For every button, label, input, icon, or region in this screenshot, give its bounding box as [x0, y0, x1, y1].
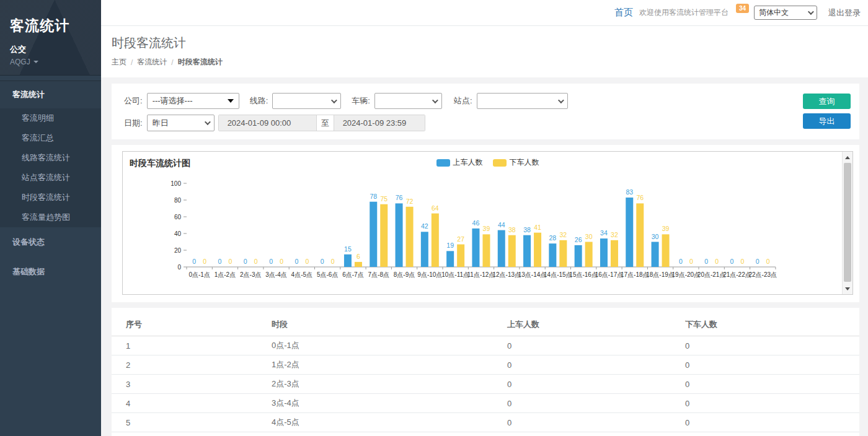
svg-text:28: 28: [549, 234, 557, 242]
date-range-group: 2024-01-09 00:00 至 2024-01-09 23:59: [218, 115, 425, 131]
legend-label: 下车人数: [510, 157, 539, 168]
table-row: 32点-3点00: [112, 375, 859, 394]
table-cell: 5点-6点: [257, 432, 493, 436]
main-area: 首页 欢迎使用客流统计管理平台 34 简体中文 退出登录 时段客流统计 主页 /…: [101, 0, 868, 436]
date-end-input[interactable]: 2024-01-09 23:59: [334, 115, 425, 131]
svg-text:83: 83: [626, 188, 633, 196]
sidebar-subitem[interactable]: 客流明细: [0, 108, 101, 128]
page-title: 时段客流统计: [112, 35, 868, 51]
table-row: 65点-6点00: [112, 432, 859, 436]
home-link[interactable]: 首页: [614, 7, 633, 19]
svg-text:46: 46: [472, 219, 480, 227]
svg-text:0: 0: [715, 258, 719, 265]
sidebar-subitem[interactable]: 站点客流统计: [0, 168, 101, 188]
svg-text:1点-2点: 1点-2点: [215, 271, 236, 278]
svg-text:0: 0: [229, 258, 232, 265]
sidebar-subitem[interactable]: 客流汇总: [0, 128, 101, 148]
scrollbar-thumb[interactable]: [844, 163, 851, 282]
svg-text:7点-8点: 7点-8点: [368, 271, 389, 278]
svg-text:76: 76: [396, 194, 403, 201]
table-cell: 2点-3点: [257, 375, 493, 394]
svg-text:18点-19点: 18点-19点: [646, 271, 675, 278]
table-cell: 0: [671, 336, 859, 355]
breadcrumb-section[interactable]: 客流统计: [137, 57, 167, 68]
station-select[interactable]: [477, 93, 568, 109]
svg-text:0: 0: [280, 258, 283, 265]
stats-table: 序号 时段 上车人数 下车人数 10点-1点0021点-2点0032点-3点00…: [112, 315, 859, 436]
svg-text:0: 0: [218, 258, 222, 265]
date-preset-value: 昨日: [153, 118, 169, 129]
svg-text:100: 100: [170, 180, 181, 187]
legend-item-alighting[interactable]: 下车人数: [493, 157, 539, 168]
vehicle-select[interactable]: [374, 93, 442, 109]
svg-text:3点-4点: 3点-4点: [265, 271, 286, 278]
svg-text:72: 72: [406, 198, 414, 205]
table-cell: 0: [493, 375, 671, 394]
scroll-up-icon[interactable]: [843, 152, 852, 162]
table-cell: 0: [493, 336, 671, 355]
table-cell: 0: [493, 394, 671, 413]
svg-text:60: 60: [174, 214, 182, 220]
svg-text:11点-12点: 11点-12点: [467, 271, 495, 278]
sidebar-menu-group: 基础数据: [0, 257, 101, 287]
svg-text:0: 0: [704, 258, 708, 265]
svg-text:10点-11点: 10点-11点: [441, 271, 469, 278]
svg-text:64: 64: [432, 204, 439, 212]
breadcrumb-current: 时段客流统计: [178, 57, 223, 68]
sidebar-subitem[interactable]: 时段客流统计: [0, 188, 101, 207]
table-cell: 6: [112, 432, 257, 436]
message-count-badge[interactable]: 34: [736, 4, 749, 13]
svg-text:32: 32: [560, 231, 567, 238]
table-cell: 0点-1点: [257, 336, 493, 355]
query-button[interactable]: 查询: [803, 94, 851, 109]
sidebar-item[interactable]: 基础数据: [0, 257, 101, 287]
org-code-dropdown[interactable]: AQGJ: [10, 58, 92, 66]
export-button[interactable]: 导出: [803, 113, 851, 129]
sidebar-item[interactable]: 客流统计: [0, 81, 101, 108]
line-label: 线路:: [250, 95, 268, 107]
date-label: 日期:: [124, 118, 143, 129]
svg-text:0: 0: [244, 258, 247, 265]
svg-text:76: 76: [636, 194, 644, 201]
chart-panel: 时段车流统计图 上车人数 下车人数 020406080100000点-1点001…: [112, 145, 859, 302]
svg-text:21点-22点: 21点-22点: [723, 271, 751, 278]
legend-item-boarding[interactable]: 上车人数: [436, 157, 483, 168]
svg-text:0: 0: [203, 258, 206, 265]
dropdown-arrow-icon: [228, 99, 234, 103]
date-start-input[interactable]: 2024-01-09 00:00: [219, 115, 316, 131]
chevron-down-icon: [557, 97, 564, 103]
sidebar-item[interactable]: 设备状态: [0, 227, 101, 257]
sidebar-subitem[interactable]: 客流量趋势图: [0, 207, 101, 227]
table-cell: 0: [493, 355, 671, 375]
svg-text:6点-7点: 6点-7点: [342, 271, 363, 278]
line-select[interactable]: [272, 93, 341, 109]
svg-text:12点-13点: 12点-13点: [492, 271, 521, 278]
welcome-text: 欢迎使用客流统计管理平台: [639, 7, 728, 18]
svg-text:0: 0: [305, 258, 309, 265]
legend-label: 上车人数: [453, 157, 483, 168]
chevron-down-icon: [205, 119, 211, 125]
svg-text:38: 38: [523, 226, 531, 233]
content: 公司: ---请选择--- 线路: 车辆: 站点:: [101, 77, 868, 436]
legend-swatch-yellow: [493, 159, 507, 167]
table-cell: 0: [671, 394, 859, 413]
table-cell: 0: [493, 413, 671, 432]
filter-row-1: 公司: ---请选择--- 线路: 车辆: 站点:: [124, 93, 851, 109]
svg-text:39: 39: [483, 225, 490, 232]
svg-text:80: 80: [174, 197, 182, 204]
language-select[interactable]: 简体中文: [754, 6, 817, 20]
table-row: 43点-4点00: [112, 394, 859, 413]
breadcrumb-home[interactable]: 主页: [112, 57, 126, 68]
company-select[interactable]: ---请选择---: [147, 93, 239, 109]
sidebar-subitem[interactable]: 线路客流统计: [0, 148, 101, 168]
page-heading: 时段客流统计 主页 / 客流统计 / 时段客流统计: [101, 26, 868, 77]
date-preset-select[interactable]: 昨日: [147, 115, 215, 131]
logout-link[interactable]: 退出登录: [828, 7, 861, 19]
svg-text:0: 0: [689, 258, 693, 265]
svg-text:0点-1点: 0点-1点: [188, 271, 210, 278]
chart-scrollbar[interactable]: [842, 152, 852, 294]
scroll-down-icon[interactable]: [843, 284, 852, 294]
svg-text:41: 41: [534, 224, 541, 231]
table-cell: 1: [112, 336, 257, 355]
sidebar-menu: 客流统计客流明细客流汇总线路客流统计站点客流统计时段客流统计客流量趋势图设备状态…: [0, 81, 101, 287]
